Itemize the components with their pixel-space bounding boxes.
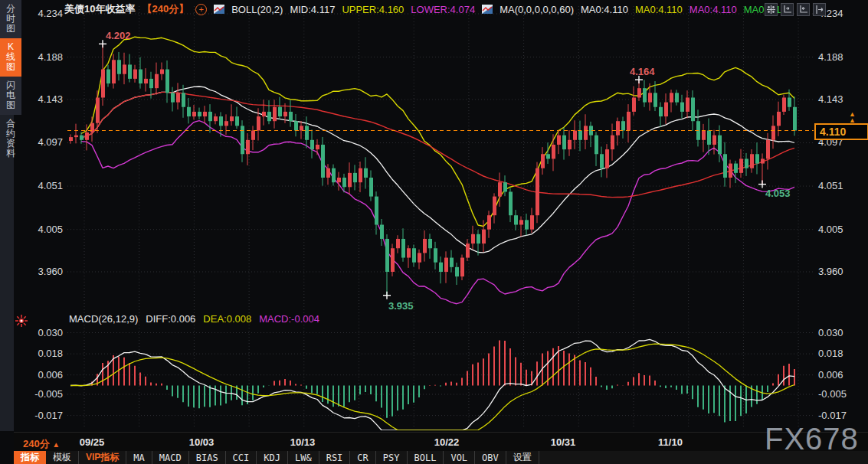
- indicator-alert-icon[interactable]: [15, 315, 28, 327]
- axis-zoom-out-icon[interactable]: [797, 3, 810, 16]
- ma-label: MA(0,0,0,0,0,60): [500, 4, 574, 15]
- sidebar-tab-1[interactable]: K线图: [0, 38, 21, 77]
- chart-header: 美债10年收益率 【240分】 + BOLL(20,2) MID:4.117 U…: [64, 2, 781, 16]
- timeframe-label[interactable]: 【240分】: [142, 2, 188, 16]
- macd-macd-value: MACD:-0.004: [259, 313, 319, 325]
- sidebar-tab-0[interactable]: 分时图: [0, 0, 21, 38]
- watermark: FX678: [765, 422, 859, 456]
- indicator-toolbar: 指标模板VIP指标MAMACDBIASCCIKDJLW&RSICRPSYBOLL…: [14, 451, 868, 464]
- symbol-title: 美债10年收益率: [64, 2, 135, 16]
- ma-indicator-chart-icon[interactable]: [482, 5, 493, 14]
- toolbar-item-0[interactable]: 指标: [14, 451, 46, 464]
- toolbar-item-15[interactable]: 设置: [506, 451, 539, 464]
- toolbar-item-14[interactable]: OBV: [475, 451, 506, 464]
- boll-lower-value: LOWER:4.074: [411, 4, 475, 15]
- ma-value-2: MA0:4.110: [689, 4, 737, 15]
- macd-dea-value: DEA:0.008: [203, 313, 251, 325]
- macd-label: MACD(26,12,9): [69, 313, 138, 325]
- current-price-arrow-icon: ▲▲: [849, 111, 856, 123]
- period-selector[interactable]: 240分 ▲: [23, 437, 60, 451]
- chart-canvas[interactable]: [0, 0, 868, 464]
- current-price-tag: 4.110: [814, 123, 868, 140]
- boll-upper-value: UPPER:4.160: [342, 4, 404, 15]
- x-axis-row: 240分 ▲: [14, 432, 868, 452]
- chart-toolbar-top-right: [765, 3, 826, 16]
- boll-mid-value: MID:4.117: [290, 4, 335, 15]
- toolbar-item-3[interactable]: MA: [126, 451, 152, 464]
- toolbar-item-5[interactable]: BIAS: [189, 451, 226, 464]
- boll-indicator-chart-icon[interactable]: [214, 5, 224, 14]
- toolbar-item-6[interactable]: CCI: [226, 451, 257, 464]
- ma-values: MA0:4.110MA0:4.110MA0:4.110MA0:4.1: [581, 4, 781, 15]
- sidebar-tab-3[interactable]: 合约资料: [0, 115, 21, 163]
- toolbar-item-12[interactable]: BOLL: [408, 451, 444, 464]
- toolbar-item-2[interactable]: VIP指标: [79, 451, 126, 464]
- toolbar-item-13[interactable]: VOL: [444, 451, 475, 464]
- trading-app-window: 分时图K线图闪电图合约资料 美债10年收益率 【240分】 + BOLL(20,…: [0, 0, 868, 464]
- boll-label: BOLL(20,2): [231, 4, 283, 15]
- pan-right-icon[interactable]: [813, 3, 826, 16]
- axis-zoom-in-icon[interactable]: [781, 3, 794, 16]
- ma-value-0: MA0:4.110: [581, 4, 628, 15]
- macd-header: MACD(26,12,9) DIFF:0.006 DEA:0.008 MACD:…: [69, 313, 319, 325]
- crosshair-icon[interactable]: [765, 3, 778, 16]
- toolbar-item-9[interactable]: RSI: [319, 451, 351, 464]
- toolbar-item-10[interactable]: CR: [350, 451, 375, 464]
- period-up-arrow-icon: ▲: [52, 440, 60, 449]
- left-sidebar: 分时图K线图闪电图合约资料: [0, 0, 21, 115]
- toolbar-item-1[interactable]: 模板: [46, 451, 79, 464]
- toolbar-item-7[interactable]: KDJ: [257, 451, 288, 464]
- toolbar-item-8[interactable]: LW&: [288, 451, 319, 464]
- sidebar-tab-2[interactable]: 闪电图: [0, 77, 21, 115]
- toolbar-item-11[interactable]: PSY: [376, 451, 408, 464]
- ma-value-1: MA0:4.110: [635, 4, 683, 15]
- macd-diff-value: DIFF:0.006: [146, 313, 195, 325]
- add-indicator-icon[interactable]: +: [195, 4, 207, 15]
- toolbar-item-4[interactable]: MACD: [152, 451, 189, 464]
